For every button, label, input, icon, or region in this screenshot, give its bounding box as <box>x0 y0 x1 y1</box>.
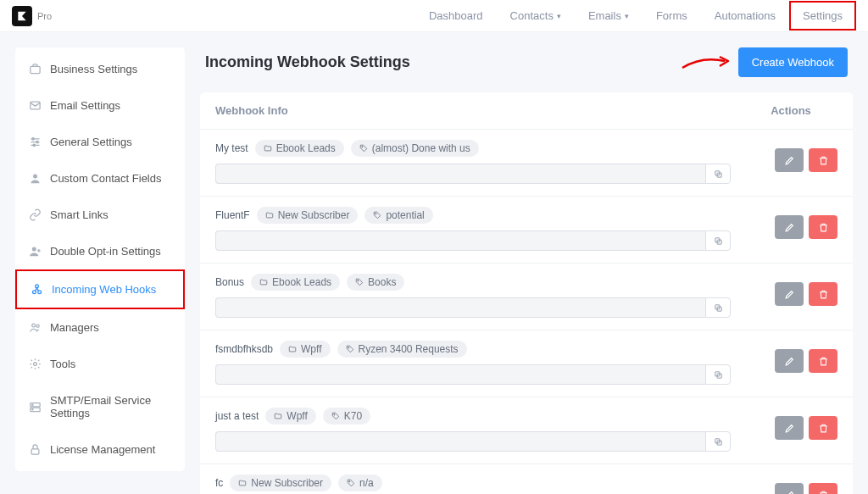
sidebar-item-smtp[interactable]: SMTP/Email Service Settings <box>15 382 185 431</box>
brand-label: Pro <box>37 11 52 21</box>
svg-point-2 <box>32 138 35 141</box>
row-info: Bonus Ebook Leads Books <box>215 274 744 318</box>
copy-button[interactable] <box>705 297 731 318</box>
edit-button[interactable] <box>775 282 804 306</box>
annotation-arrow <box>681 50 732 75</box>
nav-automations[interactable]: Automations <box>701 1 789 31</box>
sidebar-item-double-optin[interactable]: Double Opt-in Settings <box>15 233 185 269</box>
create-webhook-button[interactable]: Create Webhook <box>738 47 848 77</box>
nav-contacts[interactable]: Contacts▾ <box>497 1 575 31</box>
trash-icon <box>818 490 829 495</box>
copy-button[interactable] <box>705 164 731 184</box>
copy-icon <box>714 370 723 380</box>
users-icon <box>29 321 42 334</box>
nav-settings[interactable]: Settings <box>789 1 856 31</box>
folder-icon <box>259 278 268 286</box>
row-info: fc New Subscriber n/a <box>215 475 744 494</box>
copy-button[interactable] <box>705 431 731 452</box>
svg-point-33 <box>349 481 350 482</box>
sidebar-item-email[interactable]: Email Settings <box>15 87 185 124</box>
tag-label: n/a <box>338 475 382 491</box>
list-tag: Wpff <box>265 408 315 425</box>
gear-icon <box>29 358 42 370</box>
edit-button[interactable] <box>775 416 804 440</box>
copy-button[interactable] <box>705 230 731 251</box>
sidebar-label: SMTP/Email Service Settings <box>50 394 171 419</box>
sidebar-label: Email Settings <box>50 99 120 112</box>
pencil-icon <box>784 423 795 434</box>
webhook-url-input[interactable] <box>215 297 705 318</box>
folder-icon <box>265 211 274 219</box>
sidebar-item-managers[interactable]: Managers <box>15 309 185 346</box>
tag-label: potential <box>364 207 432 224</box>
brand-logo <box>12 6 32 26</box>
sidebar-item-webhooks[interactable]: Incoming Web Hooks <box>15 269 185 309</box>
table-row: fsmdbfhksdb Wpff Ryzen 3400 Requests <box>200 330 853 397</box>
delete-button[interactable] <box>809 148 837 172</box>
svg-point-30 <box>334 414 335 415</box>
table-row: My test Ebook Leads (almost) Done with u… <box>200 130 853 197</box>
webhook-url-input[interactable] <box>215 230 705 251</box>
webhook-name: Bonus <box>215 276 244 288</box>
sidebar-item-general[interactable]: General Settings <box>15 124 185 160</box>
delete-button[interactable] <box>809 282 837 306</box>
webhook-url-input[interactable] <box>215 431 705 452</box>
url-bar <box>215 297 731 318</box>
folder-icon <box>264 144 272 153</box>
svg-point-4 <box>33 144 36 147</box>
delete-button[interactable] <box>809 483 837 494</box>
nav-forms[interactable]: Forms <box>643 1 701 31</box>
copy-icon <box>714 437 723 447</box>
edit-button[interactable] <box>775 148 804 172</box>
svg-point-12 <box>34 363 37 366</box>
webhook-url-input[interactable] <box>215 164 705 184</box>
user-plus-icon <box>29 245 42 258</box>
edit-button[interactable] <box>775 349 804 373</box>
copy-icon <box>714 303 723 313</box>
svg-point-16 <box>32 408 33 409</box>
webhook-name: just a test <box>215 410 259 422</box>
tag-label: Books <box>347 274 404 291</box>
sidebar-label: Incoming Web Hooks <box>52 283 156 296</box>
nav-dashboard[interactable]: Dashboard <box>415 1 497 31</box>
pencil-icon <box>784 490 795 495</box>
webhook-url-input[interactable] <box>215 364 705 385</box>
sidebar-label: License Management <box>50 443 155 456</box>
layout: Business Settings Email Settings General… <box>0 32 868 494</box>
copy-button[interactable] <box>705 364 731 385</box>
edit-button[interactable] <box>775 215 804 239</box>
webhook-table: Webhook Info Actions My test Ebook Leads… <box>200 92 853 494</box>
webhook-name: fsmdbfhksdb <box>215 343 273 355</box>
trash-icon <box>818 356 829 367</box>
edit-button[interactable] <box>775 483 804 494</box>
table-row: Bonus Ebook Leads Books <box>200 264 853 330</box>
sidebar-item-license[interactable]: License Management <box>15 431 185 468</box>
pencil-icon <box>784 222 795 233</box>
table-row: just a test Wpff K70 <box>200 397 853 464</box>
row-actions <box>744 408 837 452</box>
list-tag: New Subscriber <box>230 475 331 491</box>
chevron-down-icon: ▾ <box>625 12 629 20</box>
sidebar-item-business[interactable]: Business Settings <box>15 51 185 87</box>
sidebar-label: Double Opt-in Settings <box>50 245 161 258</box>
col-header-info: Webhook Info <box>215 104 744 117</box>
topnav: Dashboard Contacts▾ Emails▾ Forms Automa… <box>415 1 856 31</box>
trash-icon <box>818 423 829 434</box>
row-actions <box>744 475 837 494</box>
nav-emails[interactable]: Emails▾ <box>575 1 643 31</box>
sidebar-item-smart-links[interactable]: Smart Links <box>15 197 185 233</box>
sidebar-item-tools[interactable]: Tools <box>15 346 185 382</box>
svg-rect-0 <box>31 66 40 73</box>
delete-button[interactable] <box>809 416 837 440</box>
link-icon <box>29 208 42 221</box>
sidebar-item-custom-fields[interactable]: Custom Contact Fields <box>15 160 185 197</box>
svg-point-11 <box>36 325 39 327</box>
list-tag: Ebook Leads <box>255 140 344 157</box>
tag-label: K70 <box>323 408 370 425</box>
delete-button[interactable] <box>809 215 837 239</box>
webhook-name: FluentF <box>215 209 250 221</box>
mail-icon <box>29 99 42 112</box>
svg-point-3 <box>36 141 39 143</box>
delete-button[interactable] <box>809 349 837 373</box>
url-bar <box>215 230 731 251</box>
